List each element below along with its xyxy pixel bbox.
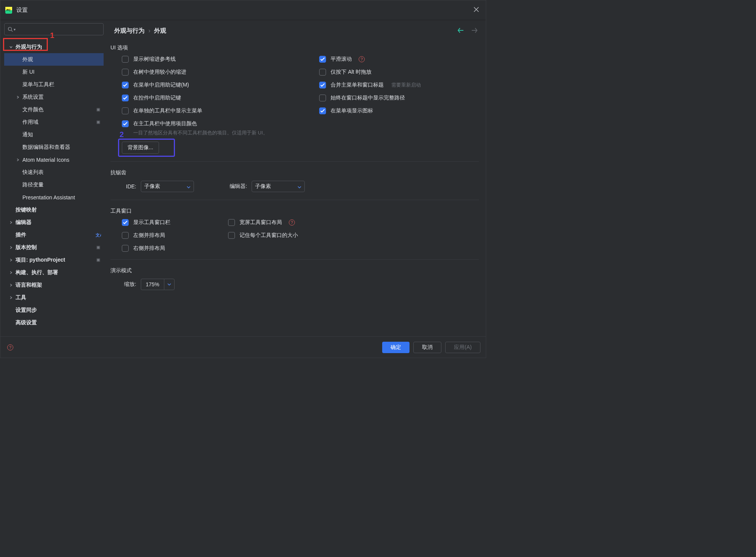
sidebar-item[interactable]: 编辑器 xyxy=(4,216,104,229)
sidebar-item-label: 语言和框架 xyxy=(16,282,104,289)
cancel-button[interactable]: 取消 xyxy=(413,342,441,353)
checkbox[interactable] xyxy=(228,219,235,226)
nav-forward-button[interactable] xyxy=(470,26,479,36)
checkbox[interactable] xyxy=(319,56,326,63)
settings-sidebar: ▾ 外观与行为外观新 UI菜单与工具栏系统设置文件颜色作用域通知数据编辑器和查看… xyxy=(0,20,107,336)
checkbox-row[interactable]: 左侧并排布局 xyxy=(122,232,198,239)
close-button[interactable] xyxy=(471,5,481,16)
checkbox-label: 平滑滚动 xyxy=(331,56,352,63)
sidebar-item[interactable]: 语言和框架 xyxy=(4,279,104,291)
checkbox[interactable] xyxy=(122,82,129,88)
sidebar-item[interactable]: 按键映射 xyxy=(4,204,104,216)
checkbox-row[interactable]: 在控件中启用助记键 xyxy=(122,95,304,101)
sidebar-item[interactable]: 设置同步 xyxy=(4,304,104,316)
checkbox-row[interactable]: 显示树缩进参考线 xyxy=(122,56,304,63)
checkbox-row[interactable]: 在单独的工具栏中显示主菜单 xyxy=(122,107,304,114)
checkbox[interactable] xyxy=(319,69,326,76)
sidebar-item[interactable]: 菜单与工具栏 xyxy=(4,78,104,91)
ok-button[interactable]: 确定 xyxy=(382,342,410,353)
checkbox-label: 左侧并排布局 xyxy=(133,232,165,239)
app-icon: PC xyxy=(5,6,13,14)
sidebar-item-label: 通知 xyxy=(22,131,104,138)
window-title: 设置 xyxy=(16,6,28,14)
breadcrumb-part[interactable]: 外观与行为 xyxy=(114,27,145,35)
ide-antialias-label: IDE: xyxy=(122,183,136,189)
sidebar-item-label: 编辑器 xyxy=(16,219,104,226)
sidebar-item[interactable]: 系统设置 xyxy=(4,91,104,103)
sidebar-item-label: 新 UI xyxy=(22,69,104,76)
checkbox-label: 在控件中启用助记键 xyxy=(133,95,181,101)
chevron-down-icon[interactable] xyxy=(164,279,175,290)
section-heading-tool-windows: 工具窗口 xyxy=(110,208,479,215)
checkbox[interactable] xyxy=(122,107,129,114)
project-scope-icon xyxy=(94,118,102,126)
checkbox-label: 在主工具栏中使用项目颜色 xyxy=(133,120,197,127)
checkbox[interactable] xyxy=(122,219,129,226)
sidebar-item[interactable]: 版本控制 xyxy=(4,241,104,254)
sidebar-item[interactable]: 文件颜色 xyxy=(4,103,104,116)
sidebar-item[interactable]: 数据编辑器和查看器 xyxy=(4,141,104,153)
checkbox-row[interactable]: 记住每个工具窗口的大小 xyxy=(228,232,380,239)
sidebar-item[interactable]: 插件文A xyxy=(4,229,104,241)
sidebar-item[interactable]: 通知 xyxy=(4,128,104,141)
checkbox[interactable] xyxy=(228,232,235,239)
checkbox[interactable] xyxy=(122,120,129,127)
checkbox-row[interactable]: 始终在窗口标题中显示完整路径 xyxy=(319,95,471,101)
sidebar-item[interactable]: Atom Material Icons xyxy=(4,153,104,166)
sidebar-item[interactable]: 项目: pythonProject xyxy=(4,254,104,266)
sidebar-item[interactable]: 外观与行为 xyxy=(4,41,104,53)
checkbox-label: 宽屏工具窗口布局 xyxy=(239,219,282,226)
checkbox-row[interactable]: 在菜单中启用助记键(M) xyxy=(122,82,304,88)
sidebar-item[interactable]: 外观 xyxy=(4,53,104,66)
checkbox-label: 记住每个工具窗口的大小 xyxy=(239,232,298,239)
checkbox[interactable] xyxy=(319,95,326,101)
sidebar-item[interactable]: 构建、执行、部署 xyxy=(4,266,104,279)
svg-point-3 xyxy=(8,27,12,31)
checkbox-row[interactable]: 显示工具窗口栏 xyxy=(122,219,198,226)
sidebar-item[interactable]: 高级设置 xyxy=(4,316,104,329)
editor-antialias-label: 编辑器: xyxy=(226,183,247,190)
checkbox-row[interactable]: 平滑滚动? xyxy=(319,56,471,63)
editor-antialias-select[interactable]: 子像素 xyxy=(252,181,305,192)
help-icon[interactable]: ? xyxy=(289,219,295,226)
sidebar-item[interactable]: 快速列表 xyxy=(4,166,104,178)
help-icon[interactable]: ? xyxy=(359,56,365,62)
sidebar-item[interactable]: 工具 xyxy=(4,291,104,304)
checkbox[interactable] xyxy=(122,95,129,101)
chevron-right-icon xyxy=(8,219,14,226)
checkbox-label: 在单独的工具栏中显示主菜单 xyxy=(133,107,202,114)
settings-tree[interactable]: 外观与行为外观新 UI菜单与工具栏系统设置文件颜色作用域通知数据编辑器和查看器A… xyxy=(4,37,104,336)
checkbox[interactable] xyxy=(319,82,326,88)
background-image-button[interactable]: 背景图像... xyxy=(122,142,159,154)
sidebar-item[interactable]: 作用域 xyxy=(4,116,104,128)
checkbox[interactable] xyxy=(122,56,129,63)
nav-back-button[interactable] xyxy=(456,26,465,36)
project-scope-icon xyxy=(94,244,102,251)
checkbox-row[interactable]: 在主工具栏中使用项目颜色 xyxy=(122,120,304,127)
checkbox[interactable] xyxy=(122,69,129,76)
checkbox-row[interactable]: 合并主菜单和窗口标题需要重新启动 xyxy=(319,82,471,88)
sidebar-item[interactable]: 路径变量 xyxy=(4,178,104,191)
ide-antialias-select[interactable]: 子像素 xyxy=(141,181,194,192)
checkbox[interactable] xyxy=(122,245,129,252)
section-heading-antialias: 抗锯齿 xyxy=(110,169,479,176)
checkbox-row[interactable]: 在树中使用较小的缩进 xyxy=(122,69,304,76)
checkbox-row[interactable]: 宽屏工具窗口布局? xyxy=(228,219,380,226)
checkbox[interactable] xyxy=(319,107,326,114)
svg-text:PC: PC xyxy=(6,8,11,12)
checkbox-row[interactable]: 右侧并排布局 xyxy=(122,245,198,252)
sidebar-item[interactable]: Presentation Assistant xyxy=(4,191,104,204)
zoom-select[interactable]: 175% xyxy=(141,279,175,290)
search-input[interactable] xyxy=(17,27,100,32)
help-button[interactable]: ? xyxy=(6,343,15,352)
sidebar-item-label: 菜单与工具栏 xyxy=(22,81,104,88)
sidebar-item-label: 文件颜色 xyxy=(22,106,94,113)
sidebar-item[interactable]: 新 UI xyxy=(4,66,104,78)
settings-content[interactable]: UI 选项 显示树缩进参考线在树中使用较小的缩进在菜单中启用助记键(M)在控件中… xyxy=(107,41,486,336)
sidebar-item-label: Presentation Assistant xyxy=(22,194,104,200)
breadcrumb-separator: › xyxy=(148,27,150,34)
checkbox[interactable] xyxy=(122,232,129,239)
checkbox-row[interactable]: 在菜单项显示图标 xyxy=(319,107,471,114)
checkbox-row[interactable]: 仅按下 Alt 时拖放 xyxy=(319,69,471,76)
search-input-wrapper[interactable]: ▾ xyxy=(4,23,104,35)
